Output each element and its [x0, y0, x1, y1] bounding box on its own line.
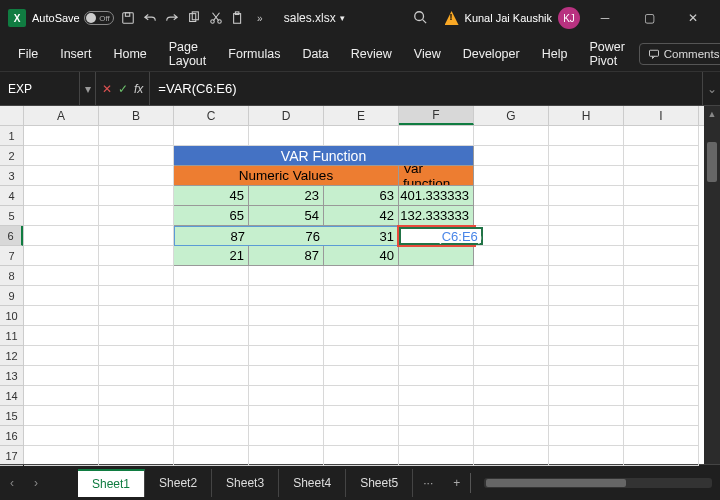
data-cell[interactable]: 42 — [324, 206, 399, 226]
title-bar: X AutoSave Off » sales.xlsx ▾ Kunal Jai … — [0, 0, 720, 36]
sheet-tab[interactable]: Sheet1 — [78, 469, 145, 497]
maximize-button[interactable]: ▢ — [630, 0, 668, 36]
col-header[interactable]: H — [549, 106, 624, 125]
scroll-up-icon[interactable]: ▲ — [704, 106, 720, 122]
cells-area[interactable]: VAR Function Numeric ValuesVar function … — [24, 126, 704, 464]
col-header[interactable]: E — [324, 106, 399, 125]
tab-data[interactable]: Data — [292, 41, 338, 67]
col-header[interactable]: B — [99, 106, 174, 125]
tab-developer[interactable]: Developer — [453, 41, 530, 67]
formula-input[interactable]: =VAR(C6:E6) — [150, 72, 702, 105]
redo-icon[interactable] — [164, 10, 180, 26]
filename[interactable]: sales.xlsx ▾ — [284, 11, 345, 25]
paste-icon[interactable] — [230, 10, 246, 26]
tab-view[interactable]: View — [404, 41, 451, 67]
data-cell[interactable]: 132.333333 — [399, 206, 474, 226]
active-cell[interactable]: =VAR(C6:E6) — [399, 227, 483, 245]
sheet-tab[interactable]: Sheet5 — [346, 469, 413, 497]
data-cell[interactable] — [399, 246, 474, 266]
row-header[interactable]: 10 — [0, 306, 23, 326]
scroll-thumb[interactable] — [707, 142, 717, 182]
sheet-nav-next[interactable]: › — [24, 476, 48, 490]
fx-icon[interactable]: fx — [134, 82, 143, 96]
row-header[interactable]: 3 — [0, 166, 23, 186]
col-header[interactable]: C — [174, 106, 249, 125]
row-header[interactable]: 5 — [0, 206, 23, 226]
data-cell[interactable]: 63 — [324, 186, 399, 206]
scroll-thumb[interactable] — [486, 479, 626, 487]
row-header[interactable]: 4 — [0, 186, 23, 206]
row-header[interactable]: 17 — [0, 446, 23, 466]
search-icon[interactable] — [413, 10, 427, 27]
tab-help[interactable]: Help — [532, 41, 578, 67]
row-header[interactable]: 9 — [0, 286, 23, 306]
status-bar: ‹ › Sheet1 Sheet2 Sheet3 Sheet4 Sheet5 ·… — [0, 464, 720, 500]
vertical-scrollbar[interactable]: ▲ — [704, 106, 720, 464]
data-cell[interactable]: 65 — [174, 206, 249, 226]
sheet-more-icon[interactable]: ··· — [413, 476, 443, 490]
data-cell[interactable]: 87 — [249, 246, 324, 266]
select-all-corner[interactable] — [0, 106, 24, 126]
col-header[interactable]: I — [624, 106, 699, 125]
row-header[interactable]: 12 — [0, 346, 23, 366]
svg-rect-0 — [122, 13, 133, 24]
formula-expand-icon[interactable]: ⌄ — [702, 72, 720, 105]
cancel-icon[interactable]: ✕ — [102, 82, 112, 96]
data-cell[interactable]: 401.333333 — [399, 186, 474, 206]
tab-review[interactable]: Review — [341, 41, 402, 67]
save-icon[interactable] — [120, 10, 136, 26]
tab-formulas[interactable]: Formulas — [218, 41, 290, 67]
undo-icon[interactable] — [142, 10, 158, 26]
cut-icon[interactable] — [208, 10, 224, 26]
row-header[interactable]: 6 — [0, 226, 23, 246]
row-header[interactable]: 1 — [0, 126, 23, 146]
tab-page-layout[interactable]: Page Layout — [159, 34, 217, 74]
more-icon[interactable]: » — [252, 10, 268, 26]
row-header[interactable]: 7 — [0, 246, 23, 266]
tab-home[interactable]: Home — [103, 41, 156, 67]
sheet-tab[interactable]: Sheet4 — [279, 469, 346, 497]
data-cell[interactable]: 87 — [174, 226, 249, 246]
sheet-tab[interactable]: Sheet3 — [212, 469, 279, 497]
data-cell[interactable]: 45 — [174, 186, 249, 206]
enter-icon[interactable]: ✓ — [118, 82, 128, 96]
row-header[interactable]: 15 — [0, 406, 23, 426]
data-cell[interactable]: 21 — [174, 246, 249, 266]
col-header[interactable]: D — [249, 106, 324, 125]
name-box-dropdown[interactable]: ▾ — [80, 72, 96, 105]
close-button[interactable]: ✕ — [674, 0, 712, 36]
svg-rect-6 — [233, 14, 240, 24]
col-header[interactable]: A — [24, 106, 99, 125]
tab-file[interactable]: File — [8, 41, 48, 67]
data-cell[interactable]: 23 — [249, 186, 324, 206]
sheet-tab[interactable]: Sheet2 — [145, 469, 212, 497]
row-header[interactable]: 13 — [0, 366, 23, 386]
tab-insert[interactable]: Insert — [50, 41, 101, 67]
user-account[interactable]: Kunal Jai Kaushik KJ — [445, 7, 580, 29]
data-cell[interactable]: 31 — [324, 226, 399, 246]
name-box[interactable]: EXP — [0, 72, 80, 105]
copy-icon[interactable] — [186, 10, 202, 26]
minimize-button[interactable]: ─ — [586, 0, 624, 36]
chevron-down-icon: ▾ — [340, 13, 345, 23]
data-cell[interactable]: 40 — [324, 246, 399, 266]
data-cell[interactable]: 76 — [249, 226, 324, 246]
row-header[interactable]: 11 — [0, 326, 23, 346]
spreadsheet-grid[interactable]: A B C D E F G H I 1 2 3 4 5 6 7 8 9 10 1… — [0, 106, 720, 464]
tab-power-pivot[interactable]: Power Pivot — [579, 34, 634, 74]
new-sheet-button[interactable]: + — [443, 476, 470, 490]
autosave-label: AutoSave — [32, 12, 80, 24]
numeric-values-header: Numeric Values — [174, 166, 399, 186]
sheet-nav-prev[interactable]: ‹ — [0, 476, 24, 490]
col-header[interactable]: F — [399, 106, 474, 125]
comments-button[interactable]: Comments — [639, 43, 720, 65]
row-header[interactable]: 16 — [0, 426, 23, 446]
data-cell[interactable]: 54 — [249, 206, 324, 226]
row-header[interactable]: 8 — [0, 266, 23, 286]
autosave-toggle[interactable]: AutoSave Off — [32, 11, 114, 25]
col-header[interactable]: G — [474, 106, 549, 125]
row-header[interactable]: 2 — [0, 146, 23, 166]
horizontal-scrollbar[interactable] — [484, 478, 712, 488]
toggle-switch[interactable]: Off — [84, 11, 114, 25]
row-header[interactable]: 14 — [0, 386, 23, 406]
